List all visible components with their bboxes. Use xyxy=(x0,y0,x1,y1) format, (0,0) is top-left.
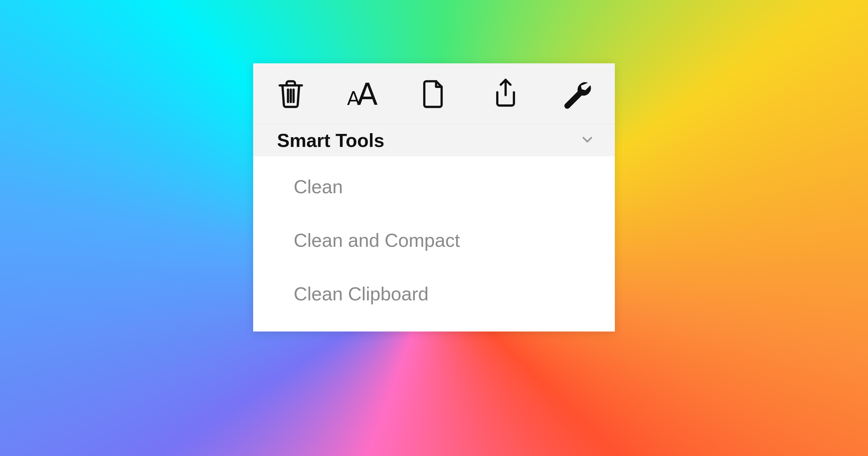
text-size-button[interactable]: AA xyxy=(341,73,384,116)
list-item[interactable]: Clean xyxy=(253,160,615,214)
document-icon xyxy=(417,77,451,112)
tools-button[interactable] xyxy=(556,73,599,116)
wrench-icon xyxy=(561,77,594,112)
list-item[interactable]: Clean and Compact xyxy=(253,214,615,267)
section-title: Smart Tools xyxy=(277,130,384,151)
share-button[interactable] xyxy=(484,73,527,116)
list-item-label: Clean Clipboard xyxy=(294,283,429,304)
list-item[interactable]: Clean Clipboard xyxy=(253,267,615,321)
toolbar: AA xyxy=(253,63,615,124)
document-button[interactable] xyxy=(412,73,456,116)
tools-panel: AA xyxy=(253,63,615,332)
text-size-icon: AA xyxy=(347,79,378,110)
chevron-down-icon xyxy=(579,132,595,149)
list-item-label: Clean and Compact xyxy=(294,230,460,251)
list-item-label: Clean xyxy=(294,176,343,197)
share-icon xyxy=(489,77,522,112)
tools-list: Clean Clean and Compact Clean Clipboard xyxy=(253,156,615,332)
trash-icon xyxy=(274,77,307,112)
section-header[interactable]: Smart Tools xyxy=(253,124,615,156)
trash-button[interactable] xyxy=(269,73,312,116)
